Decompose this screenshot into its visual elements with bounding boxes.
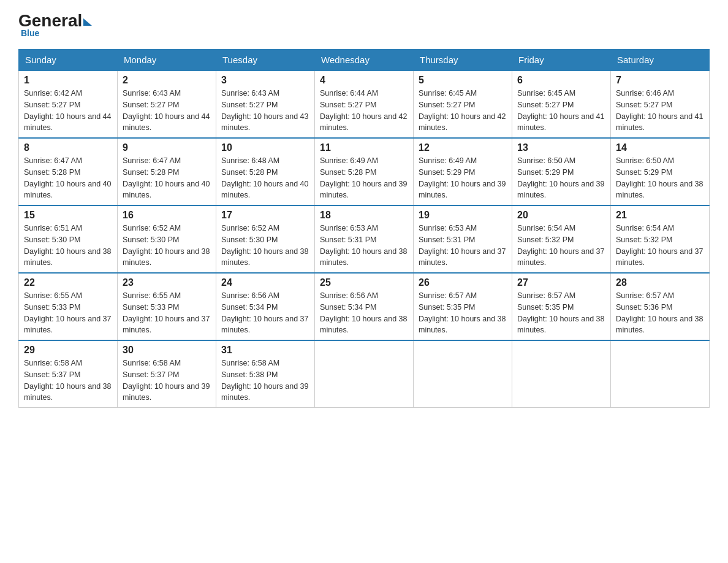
day-info: Sunrise: 6:57 AM Sunset: 5:35 PM Dayligh…: [419, 290, 507, 336]
week-row-1: 1 Sunrise: 6:42 AM Sunset: 5:27 PM Dayli…: [19, 71, 710, 138]
day-7: 7 Sunrise: 6:46 AM Sunset: 5:27 PM Dayli…: [611, 71, 710, 138]
day-number: 21: [616, 210, 704, 221]
day-number: 24: [221, 277, 309, 288]
day-27: 27 Sunrise: 6:57 AM Sunset: 5:35 PM Dayl…: [512, 273, 611, 340]
empty-cell: [611, 340, 710, 408]
day-info: Sunrise: 6:52 AM Sunset: 5:30 PM Dayligh…: [123, 223, 211, 269]
calendar-table: SundayMondayTuesdayWednesdayThursdayFrid…: [18, 49, 710, 408]
day-20: 20 Sunrise: 6:54 AM Sunset: 5:32 PM Dayl…: [512, 205, 611, 273]
day-number: 4: [320, 75, 408, 86]
logo-general-text: General: [18, 12, 82, 29]
day-info: Sunrise: 6:57 AM Sunset: 5:36 PM Dayligh…: [616, 290, 704, 336]
day-25: 25 Sunrise: 6:56 AM Sunset: 5:34 PM Dayl…: [315, 273, 414, 340]
day-31: 31 Sunrise: 6:58 AM Sunset: 5:38 PM Dayl…: [216, 340, 315, 408]
day-info: Sunrise: 6:45 AM Sunset: 5:27 PM Dayligh…: [517, 88, 605, 134]
day-info: Sunrise: 6:43 AM Sunset: 5:27 PM Dayligh…: [221, 88, 309, 134]
logo: General Blue: [18, 12, 93, 38]
empty-cell: [315, 340, 414, 408]
day-info: Sunrise: 6:53 AM Sunset: 5:31 PM Dayligh…: [320, 223, 408, 269]
day-number: 10: [221, 142, 309, 153]
day-9: 9 Sunrise: 6:47 AM Sunset: 5:28 PM Dayli…: [118, 138, 216, 205]
day-number: 1: [24, 75, 112, 86]
day-info: Sunrise: 6:54 AM Sunset: 5:32 PM Dayligh…: [517, 223, 605, 269]
day-number: 30: [123, 345, 211, 356]
day-info: Sunrise: 6:57 AM Sunset: 5:35 PM Dayligh…: [517, 290, 605, 336]
day-info: Sunrise: 6:53 AM Sunset: 5:31 PM Dayligh…: [419, 223, 507, 269]
header-tuesday: Tuesday: [216, 50, 315, 71]
day-info: Sunrise: 6:46 AM Sunset: 5:27 PM Dayligh…: [616, 88, 704, 134]
empty-cell: [414, 340, 512, 408]
day-info: Sunrise: 6:51 AM Sunset: 5:30 PM Dayligh…: [24, 223, 112, 269]
day-5: 5 Sunrise: 6:45 AM Sunset: 5:27 PM Dayli…: [414, 71, 512, 138]
day-10: 10 Sunrise: 6:48 AM Sunset: 5:28 PM Dayl…: [216, 138, 315, 205]
day-info: Sunrise: 6:54 AM Sunset: 5:32 PM Dayligh…: [616, 223, 704, 269]
day-info: Sunrise: 6:47 AM Sunset: 5:28 PM Dayligh…: [24, 155, 112, 201]
day-23: 23 Sunrise: 6:55 AM Sunset: 5:33 PM Dayl…: [118, 273, 216, 340]
header-thursday: Thursday: [414, 50, 512, 71]
logo-blue-text: Blue: [21, 28, 39, 38]
day-number: 22: [24, 277, 112, 288]
day-number: 18: [320, 210, 408, 221]
header-monday: Monday: [118, 50, 216, 71]
week-row-3: 15 Sunrise: 6:51 AM Sunset: 5:30 PM Dayl…: [19, 205, 710, 273]
header-wednesday: Wednesday: [315, 50, 414, 71]
day-number: 31: [221, 345, 309, 356]
day-number: 5: [419, 75, 507, 86]
day-3: 3 Sunrise: 6:43 AM Sunset: 5:27 PM Dayli…: [216, 71, 315, 138]
day-number: 13: [517, 142, 605, 153]
day-number: 12: [419, 142, 507, 153]
day-17: 17 Sunrise: 6:52 AM Sunset: 5:30 PM Dayl…: [216, 205, 315, 273]
day-number: 25: [320, 277, 408, 288]
day-info: Sunrise: 6:55 AM Sunset: 5:33 PM Dayligh…: [123, 290, 211, 336]
day-18: 18 Sunrise: 6:53 AM Sunset: 5:31 PM Dayl…: [315, 205, 414, 273]
day-4: 4 Sunrise: 6:44 AM Sunset: 5:27 PM Dayli…: [315, 71, 414, 138]
day-info: Sunrise: 6:50 AM Sunset: 5:29 PM Dayligh…: [517, 155, 605, 201]
day-13: 13 Sunrise: 6:50 AM Sunset: 5:29 PM Dayl…: [512, 138, 611, 205]
day-number: 6: [517, 75, 605, 86]
header-friday: Friday: [512, 50, 611, 71]
day-number: 19: [419, 210, 507, 221]
day-info: Sunrise: 6:45 AM Sunset: 5:27 PM Dayligh…: [419, 88, 507, 134]
day-28: 28 Sunrise: 6:57 AM Sunset: 5:36 PM Dayl…: [611, 273, 710, 340]
day-info: Sunrise: 6:49 AM Sunset: 5:28 PM Dayligh…: [320, 155, 408, 201]
week-row-4: 22 Sunrise: 6:55 AM Sunset: 5:33 PM Dayl…: [19, 273, 710, 340]
day-number: 9: [123, 142, 211, 153]
day-number: 28: [616, 277, 704, 288]
calendar-header-row: SundayMondayTuesdayWednesdayThursdayFrid…: [19, 50, 710, 71]
day-info: Sunrise: 6:48 AM Sunset: 5:28 PM Dayligh…: [221, 155, 309, 201]
day-12: 12 Sunrise: 6:49 AM Sunset: 5:29 PM Dayl…: [414, 138, 512, 205]
day-22: 22 Sunrise: 6:55 AM Sunset: 5:33 PM Dayl…: [19, 273, 118, 340]
day-number: 14: [616, 142, 704, 153]
day-info: Sunrise: 6:42 AM Sunset: 5:27 PM Dayligh…: [24, 88, 112, 134]
day-8: 8 Sunrise: 6:47 AM Sunset: 5:28 PM Dayli…: [19, 138, 118, 205]
day-number: 16: [123, 210, 211, 221]
day-info: Sunrise: 6:58 AM Sunset: 5:37 PM Dayligh…: [123, 358, 211, 404]
logo-arrow-icon: [83, 18, 92, 26]
page-header: General Blue: [18, 12, 710, 38]
day-info: Sunrise: 6:43 AM Sunset: 5:27 PM Dayligh…: [123, 88, 211, 134]
day-29: 29 Sunrise: 6:58 AM Sunset: 5:37 PM Dayl…: [19, 340, 118, 408]
day-number: 23: [123, 277, 211, 288]
day-26: 26 Sunrise: 6:57 AM Sunset: 5:35 PM Dayl…: [414, 273, 512, 340]
day-number: 26: [419, 277, 507, 288]
day-19: 19 Sunrise: 6:53 AM Sunset: 5:31 PM Dayl…: [414, 205, 512, 273]
day-number: 29: [24, 345, 112, 356]
day-30: 30 Sunrise: 6:58 AM Sunset: 5:37 PM Dayl…: [118, 340, 216, 408]
day-number: 7: [616, 75, 704, 86]
day-14: 14 Sunrise: 6:50 AM Sunset: 5:29 PM Dayl…: [611, 138, 710, 205]
day-info: Sunrise: 6:56 AM Sunset: 5:34 PM Dayligh…: [221, 290, 309, 336]
header-saturday: Saturday: [611, 50, 710, 71]
day-2: 2 Sunrise: 6:43 AM Sunset: 5:27 PM Dayli…: [118, 71, 216, 138]
day-info: Sunrise: 6:58 AM Sunset: 5:38 PM Dayligh…: [221, 358, 309, 404]
day-24: 24 Sunrise: 6:56 AM Sunset: 5:34 PM Dayl…: [216, 273, 315, 340]
day-number: 3: [221, 75, 309, 86]
day-11: 11 Sunrise: 6:49 AM Sunset: 5:28 PM Dayl…: [315, 138, 414, 205]
day-info: Sunrise: 6:58 AM Sunset: 5:37 PM Dayligh…: [24, 358, 112, 404]
day-info: Sunrise: 6:49 AM Sunset: 5:29 PM Dayligh…: [419, 155, 507, 201]
header-sunday: Sunday: [19, 50, 118, 71]
day-21: 21 Sunrise: 6:54 AM Sunset: 5:32 PM Dayl…: [611, 205, 710, 273]
day-info: Sunrise: 6:44 AM Sunset: 5:27 PM Dayligh…: [320, 88, 408, 134]
day-info: Sunrise: 6:50 AM Sunset: 5:29 PM Dayligh…: [616, 155, 704, 201]
day-number: 15: [24, 210, 112, 221]
day-number: 20: [517, 210, 605, 221]
